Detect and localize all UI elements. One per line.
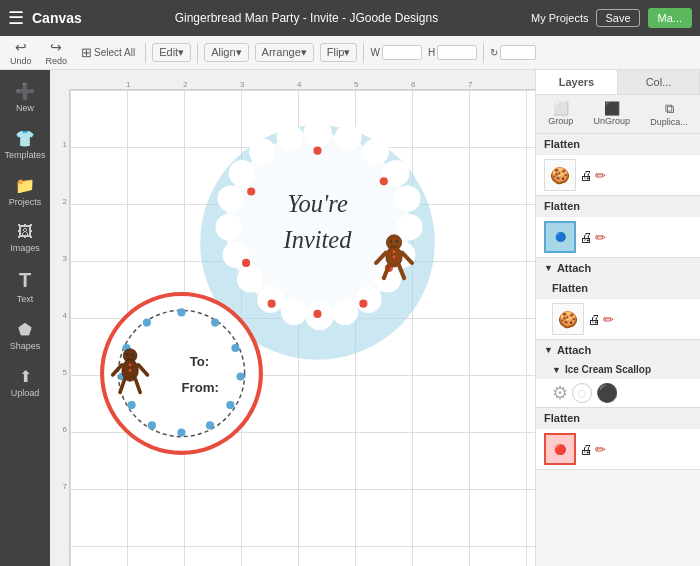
ungroup-icon: ⬛ — [593, 101, 630, 116]
svg-point-29 — [313, 310, 321, 318]
save-button[interactable]: Save — [596, 9, 639, 27]
layer-section-4: ▼ Attach ▼ Ice Cream Scallop ⚙ ○ ⚫ — [536, 340, 700, 408]
svg-point-67 — [129, 369, 132, 372]
layer-section-4-header[interactable]: ▼ Attach — [536, 340, 700, 360]
svg-point-50 — [177, 428, 185, 436]
edit-icon-5[interactable]: ✏ — [595, 442, 606, 457]
collapse-icon-4: ▼ — [544, 345, 553, 355]
print-icon-2[interactable]: 🖨 — [580, 230, 593, 245]
undo-button[interactable]: ↩ Undo — [6, 37, 36, 68]
sidebar-item-upload[interactable]: ⬆ Upload — [2, 361, 48, 404]
ruler-tick-v-7: 7 — [63, 482, 67, 491]
edit-icon-1[interactable]: ✏ — [595, 168, 606, 183]
ice-cream-header[interactable]: ▼ Ice Cream Scallop — [536, 360, 700, 379]
layer-icons-1: 🖨 ✏ — [580, 168, 606, 183]
layer-section-2: Flatten 🔵 🖨 ✏ — [536, 196, 700, 258]
layer-action-buttons: ⬜ Group ⬛ UnGroup ⧉ Duplica... — [536, 95, 700, 134]
ungroup-button[interactable]: ⬛ UnGroup — [591, 99, 632, 129]
flip-dropdown[interactable]: Flip▾ — [320, 43, 358, 62]
ruler-tick-6: 6 — [411, 80, 415, 89]
svg-point-55 — [143, 319, 151, 327]
layer-section-5-header: Flatten — [536, 408, 700, 428]
print-icon-1[interactable]: 🖨 — [580, 168, 593, 183]
undo-icon: ↩ — [15, 39, 27, 55]
section4-label: Attach — [557, 344, 591, 356]
toolbar-separator-2 — [197, 43, 198, 63]
svg-point-38 — [390, 240, 393, 243]
ruler-tick-v-3: 3 — [63, 254, 67, 263]
svg-point-22 — [247, 187, 255, 195]
duplicate-icon: ⧉ — [650, 101, 688, 117]
main-area: ➕ New 👕 Templates 📁 Projects 🖼 Images T … — [0, 70, 700, 566]
select-all-button[interactable]: ⊞ Select All — [77, 43, 139, 62]
images-icon: 🖼 — [17, 223, 33, 241]
layer-icons-5: 🖨 ✏ — [580, 442, 606, 457]
canvas-area[interactable]: 1 2 3 4 5 6 7 1 2 3 4 5 6 7 — [50, 70, 535, 566]
layer-section-3-header[interactable]: ▼ Attach — [536, 258, 700, 278]
circle-white-icon-4: ○ — [572, 383, 592, 403]
svg-text:To:: To: — [190, 354, 210, 369]
layer-row-1: 🍪 🖨 ✏ — [536, 154, 700, 195]
print-icon-5[interactable]: 🖨 — [580, 442, 593, 457]
svg-point-49 — [206, 421, 214, 429]
menu-icon[interactable]: ☰ — [8, 7, 24, 29]
ruler-tick-4: 4 — [297, 80, 301, 89]
ruler-tick-v-4: 4 — [63, 311, 67, 320]
arrange-dropdown[interactable]: Arrange▾ — [255, 43, 314, 62]
ruler-top: 1 2 3 4 5 6 7 — [70, 70, 535, 90]
ruler-tick-5: 5 — [354, 80, 358, 89]
duplicate-button[interactable]: ⧉ Duplica... — [648, 99, 690, 129]
ruler-tick-1: 1 — [126, 80, 130, 89]
projects-icon: 📁 — [15, 176, 35, 195]
edit-icon-2[interactable]: ✏ — [595, 230, 606, 245]
sidebar-item-templates[interactable]: 👕 Templates — [2, 123, 48, 166]
print-icon-3[interactable]: 🖨 — [588, 312, 601, 327]
layer-thumb-2: 🔵 — [544, 221, 576, 253]
tag-design[interactable]: To: From: — [98, 290, 266, 458]
right-panel-tabs: Layers Col... — [536, 70, 700, 95]
svg-text:Invited: Invited — [283, 226, 353, 253]
rotate-icon: ↻ — [490, 47, 498, 58]
svg-point-64 — [126, 354, 128, 356]
sidebar-item-shapes[interactable]: ⬟ Shapes — [2, 314, 48, 357]
svg-point-46 — [231, 344, 239, 352]
tab-layers[interactable]: Layers — [536, 70, 618, 94]
myprojects-button[interactable]: My Projects — [531, 12, 588, 24]
sidebar-item-text[interactable]: T Text — [2, 263, 48, 310]
layer-icons-3: 🖨 ✏ — [588, 312, 614, 327]
align-dropdown[interactable]: Align▾ — [204, 43, 248, 62]
redo-button[interactable]: ↪ Redo — [42, 37, 72, 68]
group-button[interactable]: ⬜ Group — [546, 99, 575, 129]
toolbar-separator-4 — [483, 43, 484, 63]
edit-icon-3[interactable]: ✏ — [603, 312, 614, 327]
ruler-left: 1 2 3 4 5 6 7 — [50, 90, 70, 566]
layer-row-5: 🔴 🖨 ✏ — [536, 428, 700, 469]
width-field: W — [370, 45, 421, 60]
height-input[interactable] — [437, 45, 477, 60]
ruler-tick-3: 3 — [240, 80, 244, 89]
left-sidebar: ➕ New 👕 Templates 📁 Projects 🖼 Images T … — [0, 70, 50, 566]
collapse-icon-3: ▼ — [544, 263, 553, 273]
svg-point-39 — [396, 240, 399, 243]
ruler-tick-v-1: 1 — [63, 140, 67, 149]
rotate-input[interactable] — [500, 45, 536, 60]
ice-cream-scallop-label: Ice Cream Scallop — [565, 364, 651, 375]
ruler-tick-7: 7 — [468, 80, 472, 89]
sidebar-item-projects[interactable]: 📁 Projects — [2, 170, 48, 213]
layer-section-5: Flatten 🔴 🖨 ✏ — [536, 408, 700, 470]
svg-point-66 — [129, 363, 132, 366]
sidebar-item-images[interactable]: 🖼 Images — [2, 217, 48, 259]
canvas[interactable]: You're Invited — [70, 90, 535, 566]
edit-dropdown[interactable]: Edit▾ — [152, 43, 191, 62]
tab-color[interactable]: Col... — [618, 70, 700, 94]
toolbar-separator-3 — [363, 43, 364, 63]
redo-icon: ↪ — [50, 39, 62, 55]
ruler-corner — [50, 70, 70, 90]
shapes-icon: ⬟ — [18, 320, 32, 339]
upload-icon: ⬆ — [19, 367, 32, 386]
sidebar-item-new[interactable]: ➕ New — [2, 76, 48, 119]
layer-section-3a-header: Flatten — [536, 278, 700, 298]
svg-point-48 — [226, 401, 234, 409]
width-input[interactable] — [382, 45, 422, 60]
make-button[interactable]: Ma... — [648, 8, 692, 28]
